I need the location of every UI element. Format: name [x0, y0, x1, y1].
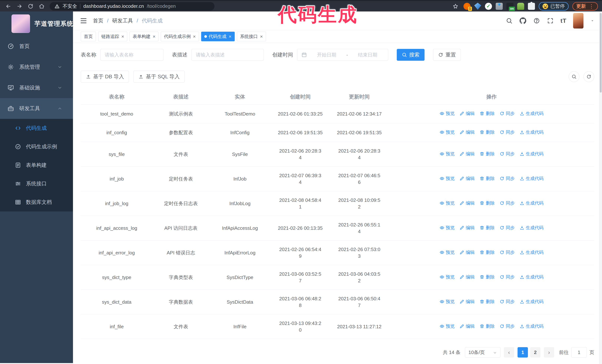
action-sync[interactable]: 同步	[500, 151, 515, 157]
refresh-table-button[interactable]	[583, 71, 594, 82]
action-edit[interactable]: 编辑	[460, 110, 475, 117]
action-edit[interactable]: 编辑	[460, 175, 475, 182]
action-sync[interactable]: 同步	[500, 175, 515, 182]
close-icon[interactable]: ×	[229, 34, 232, 39]
browser-home-icon[interactable]	[37, 2, 46, 10]
action-generate[interactable]: 生成代码	[520, 274, 544, 280]
action-delete[interactable]: 删除	[480, 323, 495, 330]
prev-page-button[interactable]: ‹	[504, 347, 514, 357]
extension-ext-gem-icon[interactable]	[474, 3, 481, 10]
extension-ext-green-bot-icon[interactable]	[517, 3, 524, 10]
action-preview[interactable]: 预览	[440, 151, 455, 157]
sidebar-item-devtools[interactable]: 研发工具	[0, 98, 73, 119]
action-preview[interactable]: 预览	[440, 298, 455, 305]
tab-tracing[interactable]: 链路追踪×	[98, 32, 127, 41]
brand[interactable]: 芋道管理系统	[0, 11, 73, 36]
close-icon[interactable]: ×	[193, 34, 196, 39]
action-generate[interactable]: 生成代码	[520, 175, 544, 182]
action-delete[interactable]: 删除	[480, 200, 495, 207]
action-edit[interactable]: 编辑	[460, 200, 475, 207]
action-preview[interactable]: 预览	[440, 249, 455, 256]
sidebar-subitem-codegen[interactable]: 代码生成	[0, 119, 73, 137]
breadcrumb-item[interactable]: 研发工具	[112, 17, 133, 24]
action-preview[interactable]: 预览	[440, 224, 455, 231]
action-generate[interactable]: 生成代码	[520, 151, 544, 157]
browser-back-icon[interactable]	[4, 2, 13, 10]
action-delete[interactable]: 删除	[480, 249, 495, 256]
address-bar[interactable]: 不安全 dashboard.yudao.iocoder.cn/tool/code…	[50, 2, 215, 10]
sidebar-subitem-codegen-example[interactable]: 代码生成示例	[0, 137, 73, 156]
action-sync[interactable]: 同步	[500, 110, 515, 117]
action-generate[interactable]: 生成代码	[520, 129, 544, 135]
browser-menu-kebab-icon[interactable]: ⋮	[589, 3, 594, 9]
action-edit[interactable]: 编辑	[460, 129, 475, 135]
action-delete[interactable]: 删除	[480, 224, 495, 231]
import-db-button[interactable]: 基于 DB 导入	[81, 71, 129, 83]
sidebar-subitem-db-doc[interactable]: 数据库文档	[0, 193, 73, 211]
action-sync[interactable]: 同步	[500, 298, 515, 305]
hamburger-icon[interactable]	[80, 17, 87, 25]
browser-update-button[interactable]: 更新 ⋮	[572, 2, 598, 10]
table-name-input[interactable]	[100, 49, 163, 61]
profile-paused-button[interactable]: 已暂停	[539, 2, 569, 10]
extension-ext-dark-on-icon[interactable]: on	[506, 3, 514, 10]
action-delete[interactable]: 删除	[480, 129, 495, 135]
tab-codegen-example[interactable]: 代码生成示例×	[161, 32, 199, 41]
sidebar-subitem-form-builder[interactable]: 表单构建	[0, 156, 73, 174]
search-button[interactable]: 搜索	[397, 49, 425, 61]
action-edit[interactable]: 编辑	[460, 323, 475, 330]
action-generate[interactable]: 生成代码	[520, 224, 544, 231]
search-icon[interactable]	[506, 17, 513, 24]
toggle-search-button[interactable]	[569, 71, 580, 82]
action-sync[interactable]: 同步	[500, 200, 515, 207]
action-generate[interactable]: 生成代码	[520, 323, 544, 330]
extension-ext-puzzle-icon[interactable]	[528, 3, 535, 10]
reset-button[interactable]: 重置	[433, 49, 461, 61]
extension-ext-orange-icon[interactable]: 1	[463, 3, 471, 10]
tab-form-builder[interactable]: 表单构建×	[129, 32, 159, 41]
browser-reload-icon[interactable]	[26, 2, 35, 10]
tab-system-api[interactable]: 系统接口×	[237, 32, 266, 41]
action-preview[interactable]: 预览	[440, 323, 455, 330]
action-preview[interactable]: 预览	[440, 110, 455, 117]
action-edit[interactable]: 编辑	[460, 249, 475, 256]
close-icon[interactable]: ×	[153, 34, 155, 39]
font-size-icon[interactable]: tT	[560, 17, 566, 24]
action-sync[interactable]: 同步	[500, 249, 515, 256]
next-page-button[interactable]: ›	[544, 347, 554, 357]
date-range-picker[interactable]: 开始日期 - 结束日期	[297, 49, 388, 61]
action-generate[interactable]: 生成代码	[520, 110, 544, 117]
action-preview[interactable]: 预览	[440, 175, 455, 182]
browser-forward-icon[interactable]	[15, 2, 24, 10]
avatar-caret-down-icon[interactable]	[590, 19, 595, 23]
fullscreen-icon[interactable]	[547, 17, 554, 24]
action-sync[interactable]: 同步	[500, 274, 515, 280]
action-preview[interactable]: 预览	[440, 129, 455, 135]
action-generate[interactable]: 生成代码	[520, 249, 544, 256]
action-edit[interactable]: 编辑	[460, 151, 475, 157]
page-button-1[interactable]: 1	[517, 347, 528, 357]
action-edit[interactable]: 编辑	[460, 224, 475, 231]
scrollbar-thumb[interactable]	[600, 13, 602, 93]
sidebar-item-home[interactable]: 首页	[0, 36, 73, 57]
action-edit[interactable]: 编辑	[460, 298, 475, 305]
tab-codegen[interactable]: 代码生成×	[201, 32, 235, 41]
action-delete[interactable]: 删除	[480, 298, 495, 305]
action-generate[interactable]: 生成代码	[520, 200, 544, 207]
action-generate[interactable]: 生成代码	[520, 298, 544, 305]
action-preview[interactable]: 预览	[440, 274, 455, 280]
action-sync[interactable]: 同步	[500, 129, 515, 135]
user-avatar[interactable]	[573, 13, 583, 29]
page-size-select[interactable]: 10条/页	[465, 347, 501, 357]
table-desc-input[interactable]	[192, 49, 264, 61]
action-delete[interactable]: 删除	[480, 151, 495, 157]
page-scrollbar[interactable]	[599, 11, 602, 364]
action-delete[interactable]: 删除	[480, 274, 495, 280]
tab-home[interactable]: 首页	[81, 32, 96, 41]
action-sync[interactable]: 同步	[500, 323, 515, 330]
extension-ext-green-check-icon[interactable]	[485, 3, 492, 10]
start-date-input[interactable]: 开始日期	[310, 52, 343, 58]
import-sql-button[interactable]: 基于 SQL 导入	[133, 71, 185, 83]
bookmark-star-icon[interactable]	[451, 2, 460, 10]
goto-page-input[interactable]	[571, 347, 587, 357]
